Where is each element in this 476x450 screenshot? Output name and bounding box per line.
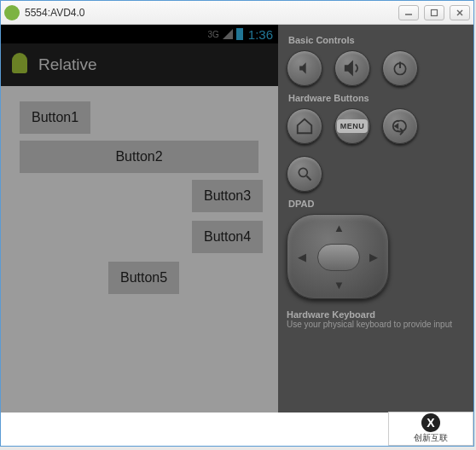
status-bar: 3G 1:36 — [1, 25, 278, 43]
hardware-buttons-label: Hardware Buttons — [288, 93, 465, 103]
svg-marker-7 — [394, 123, 399, 129]
dpad-center[interactable] — [317, 244, 360, 271]
watermark: X 创新互联 — [388, 412, 473, 446]
basic-controls-label: Basic Controls — [288, 35, 465, 45]
hardware-keyboard-subtitle: Use your physical keyboard to provide in… — [287, 320, 465, 329]
signal-icon — [223, 29, 233, 39]
button-1[interactable]: Button1 — [20, 101, 90, 134]
power-icon — [392, 60, 409, 77]
close-icon — [456, 9, 464, 17]
phone-screen: 3G 1:36 Relative Button1 Button2 Button3… — [1, 25, 278, 412]
minimize-icon — [404, 9, 413, 16]
svg-rect-1 — [432, 9, 438, 15]
close-button[interactable] — [450, 5, 470, 20]
hardware-buttons-row: MENU — [287, 108, 465, 192]
battery-icon — [236, 28, 243, 40]
button-3[interactable]: Button3 — [192, 180, 263, 212]
home-icon — [295, 117, 314, 136]
watermark-text: 创新互联 — [414, 432, 448, 444]
dpad-label: DPAD — [288, 199, 465, 209]
dpad: ▲ ▼ ◀ ▶ — [287, 214, 389, 299]
home-button[interactable] — [287, 108, 322, 144]
hardware-keyboard-title: Hardware Keyboard — [287, 309, 465, 320]
volume-down-icon — [296, 60, 313, 77]
maximize-button[interactable] — [424, 5, 444, 20]
volume-down-button[interactable] — [287, 50, 322, 86]
emulator-window: 5554:AVD4.0 3G 1:36 Relativ — [0, 0, 474, 447]
dpad-left[interactable]: ◀ — [298, 251, 306, 263]
app-icon — [4, 5, 20, 20]
volume-up-icon — [343, 59, 362, 78]
power-button[interactable] — [382, 50, 418, 86]
button-5[interactable]: Button5 — [108, 262, 179, 294]
back-button[interactable] — [382, 108, 418, 144]
relative-layout: Button1 Button2 Button3 Button4 Button5 — [1, 86, 278, 412]
window-titlebar: 5554:AVD4.0 — [1, 1, 473, 25]
menu-label: MENU — [337, 119, 369, 133]
window-controls — [398, 5, 470, 20]
volume-up-button[interactable] — [334, 50, 370, 86]
clock-time: 1:36 — [248, 27, 273, 42]
menu-button[interactable]: MENU — [334, 108, 370, 144]
search-icon — [296, 165, 313, 182]
button-2[interactable]: Button2 — [20, 141, 258, 173]
app-action-bar: Relative — [1, 43, 278, 86]
dpad-down[interactable]: ▼ — [334, 279, 345, 291]
maximize-icon — [430, 9, 438, 17]
emulator-body: 3G 1:36 Relative Button1 Button2 Button3… — [1, 25, 473, 412]
dpad-right[interactable]: ▶ — [369, 251, 378, 263]
window-title: 5554:AVD4.0 — [25, 7, 398, 19]
svg-marker-4 — [223, 29, 233, 39]
dpad-up[interactable]: ▲ — [334, 222, 345, 234]
search-button[interactable] — [287, 156, 322, 192]
back-icon — [391, 117, 409, 136]
watermark-logo: X — [421, 413, 440, 432]
android-robot-icon — [9, 53, 30, 77]
svg-line-9 — [307, 176, 311, 181]
svg-point-8 — [299, 168, 307, 176]
emulator-controls: Basic Controls Hardware Buttons MENU — [278, 25, 473, 412]
basic-controls-row — [287, 50, 465, 86]
button-4[interactable]: Button4 — [192, 221, 263, 253]
network-type: 3G — [207, 30, 218, 39]
minimize-button[interactable] — [398, 5, 419, 20]
activity-title: Relative — [38, 55, 97, 74]
